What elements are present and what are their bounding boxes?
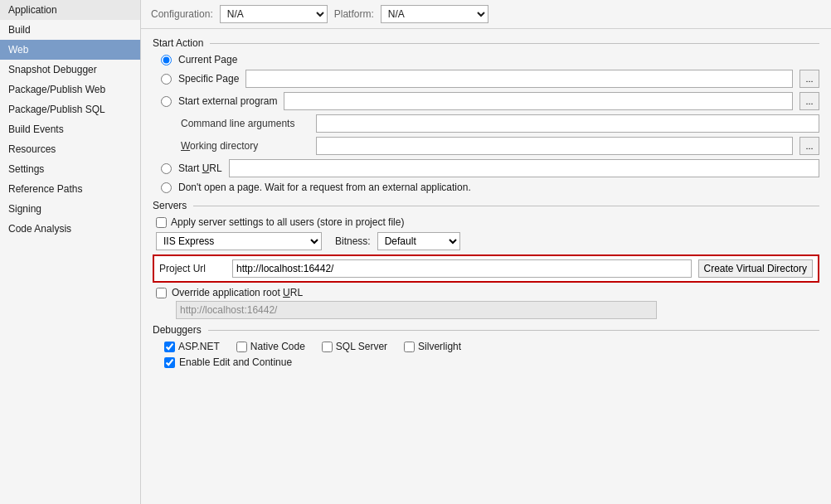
override-url-checkbox[interactable] <box>156 288 167 298</box>
radio-dont-open-label: Don't open a page. Wait for a request fr… <box>178 182 471 193</box>
bitness-label: Bitness: <box>335 235 371 247</box>
radio-dont-open-row: Don't open a page. Wait for a request fr… <box>161 182 819 193</box>
bitness-select[interactable]: Default <box>377 232 460 250</box>
enable-edit-checkbox[interactable] <box>164 357 175 368</box>
working-dir-row: Working directory ... <box>181 137 819 155</box>
working-dir-label: Working directory <box>181 140 309 152</box>
sidebar-item-reference-paths[interactable]: Reference Paths <box>0 179 140 199</box>
radio-ext-program-label: Start external program <box>178 95 277 107</box>
debugger-sql-server: SQL Server <box>322 341 387 352</box>
sidebar-item-package-publish-sql[interactable]: Package/Publish SQL <box>0 99 140 119</box>
working-dir-input[interactable] <box>316 137 793 155</box>
command-line-label: Command line arguments <box>181 118 309 129</box>
sidebar-item-build[interactable]: Build <box>0 20 140 40</box>
radio-specific-page[interactable] <box>161 74 172 85</box>
radio-specific-page-row: Specific Page ... <box>161 70 819 88</box>
apply-server-row: Apply server settings to all users (stor… <box>156 216 819 228</box>
apply-server-checkbox[interactable] <box>156 217 167 228</box>
radio-specific-page-label: Specific Page <box>178 73 239 85</box>
sidebar-item-settings[interactable]: Settings <box>0 159 140 179</box>
override-url-label: Override application root URL <box>172 287 303 298</box>
sidebar-item-code-analysis[interactable]: Code Analysis <box>0 219 140 239</box>
override-url-display <box>176 301 819 319</box>
radio-start-url-label: Start URL <box>178 162 222 174</box>
specific-page-browse-btn[interactable]: ... <box>799 70 819 88</box>
debugger-native-code-label: Native Code <box>250 341 305 352</box>
sidebar-item-resources[interactable]: Resources <box>0 139 140 159</box>
apply-server-label: Apply server settings to all users (stor… <box>171 216 404 228</box>
debugger-native-code-checkbox[interactable] <box>236 342 247 352</box>
override-url-row: Override application root URL <box>156 287 819 298</box>
radio-dont-open[interactable] <box>161 182 172 193</box>
radio-current-page-row: Current Page <box>161 54 819 65</box>
platform-label: Platform: <box>334 8 374 20</box>
debuggers-title: Debuggers <box>153 324 819 336</box>
debugger-native-code: Native Code <box>236 341 305 352</box>
sidebar-item-package-publish-web[interactable]: Package/Publish Web <box>0 80 140 99</box>
project-url-input[interactable] <box>232 259 692 278</box>
content-area: Start Action Current Page Specific Page … <box>141 29 831 376</box>
radio-start-url-row: Start URL <box>161 159 819 177</box>
debugger-aspnet: ASP.NET <box>164 341 220 352</box>
specific-page-input[interactable] <box>245 70 793 88</box>
command-line-row: Command line arguments <box>181 114 819 133</box>
sidebar-item-web[interactable]: Web <box>0 40 140 60</box>
debugger-silverlight-label: Silverlight <box>418 341 461 352</box>
platform-select[interactable]: N/A <box>381 5 488 23</box>
debugger-sql-server-label: SQL Server <box>336 341 387 352</box>
configuration-label: Configuration: <box>151 8 213 20</box>
radio-ext-program[interactable] <box>161 96 172 107</box>
server-type-select[interactable]: IIS Express <box>156 232 322 250</box>
start-action-group: Current Page Specific Page ... Start ext… <box>161 54 819 193</box>
command-line-input[interactable] <box>316 114 819 133</box>
debugger-silverlight: Silverlight <box>404 341 461 352</box>
project-url-box: Project Url Create Virtual Directory <box>153 254 819 283</box>
enable-edit-row: Enable Edit and Continue <box>164 356 819 368</box>
radio-current-page-label: Current Page <box>178 54 237 65</box>
debuggers-row: ASP.NET Native Code SQL Server Silverlig… <box>164 341 819 352</box>
ext-program-browse-btn[interactable]: ... <box>799 92 819 110</box>
start-url-input[interactable] <box>229 159 819 177</box>
servers-title: Servers <box>153 200 819 211</box>
project-url-label: Project Url <box>159 263 226 274</box>
enable-edit-label: Enable Edit and Continue <box>179 356 292 368</box>
ext-program-input[interactable] <box>284 92 793 110</box>
sidebar: Application Build Web Snapshot Debugger … <box>0 0 141 504</box>
create-virtual-directory-button[interactable]: Create Virtual Directory <box>698 259 814 278</box>
sidebar-item-signing[interactable]: Signing <box>0 199 140 219</box>
radio-ext-program-row: Start external program ... <box>161 92 819 110</box>
radio-start-url[interactable] <box>161 163 172 174</box>
debugger-aspnet-label: ASP.NET <box>178 341 220 352</box>
debugger-silverlight-checkbox[interactable] <box>404 342 415 352</box>
server-type-row: IIS Express Bitness: Default <box>156 232 819 250</box>
radio-current-page[interactable] <box>161 55 172 65</box>
debugger-sql-server-checkbox[interactable] <box>322 342 333 352</box>
main-content: Configuration: N/A Platform: N/A Start A… <box>141 0 831 504</box>
sidebar-item-build-events[interactable]: Build Events <box>0 119 140 139</box>
header-bar: Configuration: N/A Platform: N/A <box>141 0 831 29</box>
override-url-input[interactable] <box>176 301 657 319</box>
sidebar-item-application[interactable]: Application <box>0 0 140 20</box>
working-dir-browse-btn[interactable]: ... <box>799 137 819 155</box>
sidebar-item-snapshot-debugger[interactable]: Snapshot Debugger <box>0 60 140 80</box>
debugger-aspnet-checkbox[interactable] <box>164 342 175 352</box>
start-action-title: Start Action <box>153 37 819 49</box>
configuration-select[interactable]: N/A <box>220 5 328 23</box>
